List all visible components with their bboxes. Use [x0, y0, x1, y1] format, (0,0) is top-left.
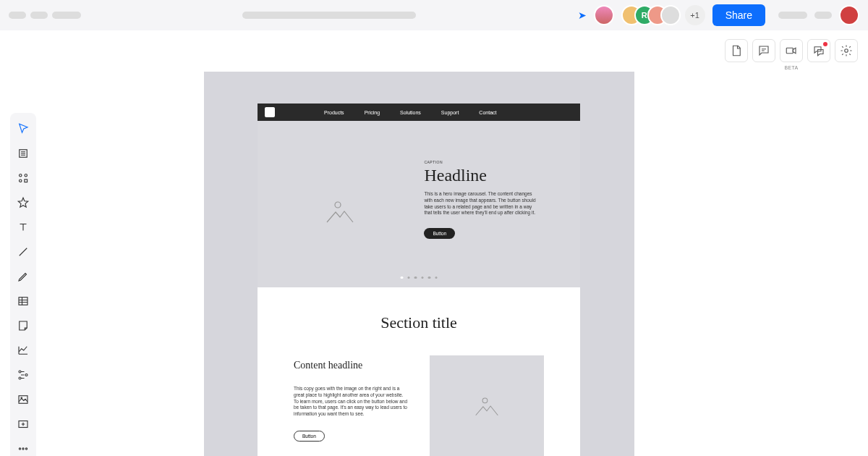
pencil-tool-icon[interactable] [12, 265, 35, 288]
connector-tool-icon[interactable] [12, 363, 35, 387]
hero-button[interactable]: Button [424, 228, 455, 239]
page-icon[interactable] [725, 39, 748, 62]
chat-icon[interactable] [807, 39, 830, 62]
hero-caption: CAPTION [424, 160, 564, 164]
carousel-dots[interactable] [401, 276, 438, 279]
svg-point-4 [25, 174, 27, 177]
svg-point-3 [20, 174, 22, 177]
topbar-center [87, 12, 572, 19]
svg-point-9 [25, 374, 27, 376]
svg-point-17 [335, 202, 341, 208]
beta-badge: BETA [785, 65, 799, 70]
wireframe-section: Section title Content headline This copy… [258, 287, 580, 456]
comment-icon[interactable] [752, 39, 775, 62]
carousel-dot[interactable] [428, 276, 431, 279]
nav-link[interactable]: Contact [479, 110, 496, 115]
section-title: Section title [294, 313, 544, 332]
svg-point-16 [25, 448, 27, 449]
content-headline: Content headline [294, 360, 408, 371]
topbar-far-right [778, 5, 859, 25]
video-icon[interactable]: BETA [780, 39, 803, 62]
top-bar: ➤ R +1 Share [0, 0, 868, 30]
multiplayer-cursor-icon: ➤ [578, 9, 587, 21]
content-button[interactable]: Button [294, 431, 325, 442]
svg-rect-0 [786, 48, 793, 54]
svg-point-5 [20, 180, 22, 182]
svg-rect-6 [25, 180, 27, 182]
note-tool-icon[interactable] [12, 314, 35, 337]
left-toolbar [10, 113, 36, 456]
text-tool-icon[interactable] [12, 216, 35, 239]
star-tool-icon[interactable] [12, 191, 35, 214]
nav-link[interactable]: Support [441, 110, 459, 115]
nav-link[interactable]: Solutions [400, 110, 421, 115]
wireframe-hero: CAPTION Headline This is a hero image ca… [258, 121, 580, 287]
components-tool-icon[interactable] [12, 166, 35, 190]
carousel-dot[interactable] [435, 276, 438, 279]
section-columns: Content headline This copy goes with the… [294, 355, 544, 456]
share-button[interactable]: Share [712, 4, 765, 26]
content-body: This copy goes with the image on the rig… [294, 386, 408, 418]
title-placeholder[interactable] [242, 12, 416, 19]
nav-link[interactable]: Pricing [365, 110, 380, 115]
svg-point-10 [19, 377, 21, 379]
wireframe-logo [265, 107, 275, 117]
avatar[interactable] [660, 5, 681, 25]
section-col-left: Content headline This copy goes with the… [294, 355, 408, 456]
user-avatar[interactable] [839, 5, 859, 25]
menu-placeholder[interactable] [778, 12, 807, 19]
breadcrumb-placeholder [9, 12, 26, 19]
topbar-left [9, 12, 81, 19]
secondary-toolbar: BETA [725, 39, 858, 62]
svg-point-15 [22, 448, 24, 449]
menu-placeholder[interactable] [814, 12, 832, 19]
image-placeholder-icon [430, 355, 544, 456]
canvas[interactable]: Products Pricing Solutions Support Conta… [204, 72, 634, 456]
image-tool-icon[interactable] [12, 388, 35, 411]
carousel-dot[interactable] [401, 276, 404, 279]
carousel-dot[interactable] [414, 276, 417, 279]
svg-point-1 [845, 49, 848, 53]
hero-body: This is a hero image carousel. The conte… [424, 191, 536, 216]
svg-point-14 [19, 448, 20, 449]
line-tool-icon[interactable] [12, 240, 35, 263]
nav-link[interactable]: Products [324, 110, 344, 115]
collaborator-stack[interactable]: R [621, 5, 681, 25]
chart-tool-icon[interactable] [12, 339, 35, 362]
hero-headline: Headline [424, 166, 564, 185]
svg-point-18 [482, 398, 488, 403]
hero-text: CAPTION Headline This is a hero image ca… [424, 143, 564, 280]
carousel-dot[interactable] [407, 276, 410, 279]
svg-rect-7 [19, 297, 27, 305]
wireframe-navbar: Products Pricing Solutions Support Conta… [258, 104, 580, 121]
image-placeholder-icon [273, 143, 407, 280]
topbar-right: ➤ R +1 Share [578, 4, 859, 26]
svg-point-8 [19, 371, 21, 373]
carousel-dot[interactable] [421, 276, 424, 279]
breadcrumb-placeholder [52, 12, 81, 19]
insert-tool-icon[interactable] [12, 413, 35, 436]
overflow-count[interactable]: +1 [685, 5, 705, 25]
breadcrumb-placeholder [30, 12, 48, 19]
notification-dot [823, 42, 827, 46]
settings-icon[interactable] [835, 39, 858, 62]
select-tool-icon[interactable] [12, 117, 35, 140]
more-tool-icon[interactable] [12, 437, 35, 456]
wireframe-page[interactable]: Products Pricing Solutions Support Conta… [258, 104, 580, 456]
frame-tool-icon[interactable] [12, 142, 35, 165]
table-tool-icon[interactable] [12, 290, 35, 313]
presenter-avatar[interactable] [594, 5, 614, 25]
